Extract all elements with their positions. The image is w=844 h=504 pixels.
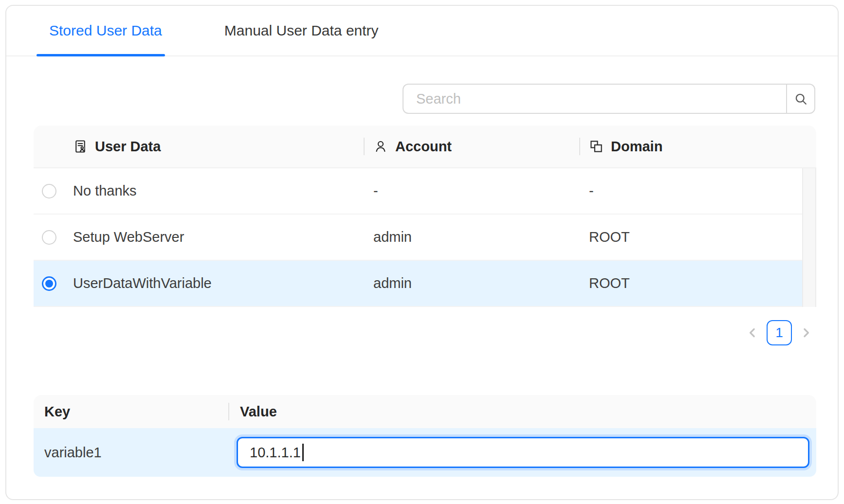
scrollbar-track[interactable]	[802, 168, 816, 307]
pagination-prev-button[interactable]	[745, 324, 760, 341]
tab-manual-user-data-entry[interactable]: Manual User Data entry	[224, 6, 379, 55]
cell-domain: ROOT	[579, 229, 802, 245]
pagination-current-page: 1	[775, 325, 783, 341]
tab-bar: Stored User Data Manual User Data entry	[6, 6, 838, 56]
kv-row-key: variable1	[34, 445, 228, 461]
table-row[interactable]: Setup WebServer admin ROOT	[34, 215, 802, 261]
cell-domain: -	[579, 183, 802, 199]
search-bar	[403, 84, 815, 114]
radio-button[interactable]	[42, 184, 56, 198]
user-data-icon	[73, 139, 88, 154]
column-header-domain-label: Domain	[611, 139, 662, 155]
cell-domain: ROOT	[579, 275, 802, 291]
cell-account: admin	[364, 229, 579, 245]
pagination: 1	[745, 320, 813, 345]
column-header-user-data-label: User Data	[95, 139, 161, 155]
column-header-value: Value	[228, 395, 816, 428]
cell-user-data: No thanks	[65, 183, 364, 199]
user-data-panel: Stored User Data Manual User Data entry	[5, 5, 839, 500]
account-icon	[373, 139, 388, 154]
key-value-header-row: Key Value	[34, 395, 816, 428]
value-input[interactable]: 10.1.1.1	[237, 437, 809, 468]
column-header-account: Account	[364, 126, 579, 167]
table-row[interactable]: No thanks - -	[34, 168, 802, 215]
radio-button[interactable]	[42, 276, 56, 291]
column-header-domain: Domain	[579, 126, 802, 167]
table-body: No thanks - - Setup WebServer admin ROOT…	[34, 168, 816, 307]
cell-user-data: Setup WebServer	[65, 229, 364, 245]
domain-icon	[589, 139, 604, 154]
text-cursor	[302, 444, 304, 461]
key-value-row: variable1 10.1.1.1	[34, 428, 816, 477]
cell-account: admin	[364, 275, 579, 291]
cell-user-data: UserDataWithVariable	[65, 275, 364, 291]
chevron-left-icon	[745, 325, 760, 340]
table-row[interactable]: UserDataWithVariable admin ROOT	[34, 261, 802, 307]
column-header-value-label: Value	[240, 404, 277, 420]
chevron-right-icon	[799, 325, 813, 340]
pagination-page-1[interactable]: 1	[767, 320, 792, 345]
search-button[interactable]	[786, 84, 815, 114]
header-scrollbar-spacer	[802, 126, 816, 167]
column-header-user-data: User Data	[34, 126, 364, 167]
tab-manual-user-data-entry-label: Manual User Data entry	[224, 22, 379, 39]
pagination-next-button[interactable]	[799, 324, 813, 341]
column-header-account-label: Account	[395, 139, 452, 155]
search-input[interactable]	[403, 84, 786, 114]
tab-stored-user-data-label: Stored User Data	[49, 22, 162, 39]
key-value-table: Key Value variable1 10.1.1.1	[34, 395, 816, 477]
radio-button[interactable]	[42, 230, 56, 245]
table-header-row: User Data Account Domain	[34, 126, 816, 168]
cell-account: -	[364, 183, 579, 199]
search-icon	[793, 91, 808, 106]
column-header-key: Key	[34, 404, 228, 420]
user-data-table: User Data Account Domain	[34, 126, 816, 307]
tab-stored-user-data[interactable]: Stored User Data	[49, 6, 162, 55]
value-input-text: 10.1.1.1	[250, 445, 301, 461]
